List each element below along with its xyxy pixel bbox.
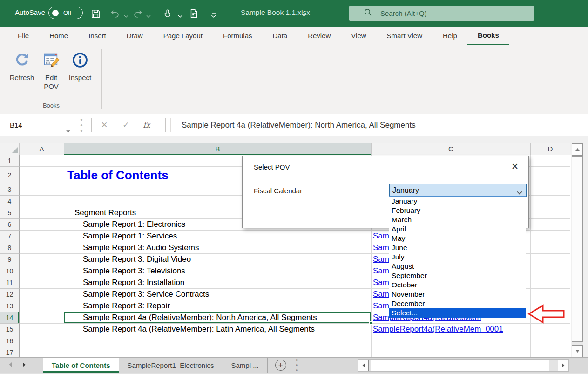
scroll-up-button[interactable]	[572, 143, 583, 156]
dropdown-option-december[interactable]: December	[389, 299, 526, 308]
sheet-nav-next-icon[interactable]	[22, 361, 26, 369]
column-header-A[interactable]: A	[20, 143, 64, 155]
inspect-button[interactable]: Inspect	[65, 50, 95, 82]
customize-toolbar-icon[interactable]	[208, 9, 220, 21]
cell-D6[interactable]	[531, 219, 570, 231]
horizontal-scrollbar-thumb[interactable]	[371, 360, 549, 371]
row-header-7[interactable]: 7	[0, 231, 20, 242]
touch-draw-icon[interactable]	[162, 7, 174, 20]
cell-A3[interactable]	[20, 184, 64, 196]
cell-A15[interactable]	[20, 324, 64, 335]
cell-B8[interactable]: Sample Report 3: Audio Systems	[64, 242, 372, 254]
row-header-5[interactable]: 5	[0, 207, 20, 219]
cell-D9[interactable]	[531, 254, 570, 265]
cell-B13[interactable]: Sample Report 3: Repair	[64, 300, 372, 312]
cell-A17[interactable]	[20, 347, 64, 357]
cell-A12[interactable]	[20, 289, 64, 300]
row-header-15[interactable]: 15	[0, 324, 20, 335]
dropdown-option-september[interactable]: September	[389, 271, 526, 280]
cell-D16[interactable]	[531, 335, 570, 347]
horizontal-scrollbar[interactable]	[358, 359, 569, 372]
formula-input[interactable]: Sample Report 4a (RelativeMember): North…	[182, 114, 416, 136]
column-header-D[interactable]: D	[531, 143, 570, 155]
cell-A6[interactable]	[20, 219, 64, 231]
cancel-entry-icon[interactable]: ✕	[101, 120, 108, 130]
dropdown-option-february[interactable]: February	[389, 206, 526, 215]
hyperlink-C7[interactable]: Sam	[372, 231, 389, 241]
dropdown-option-november[interactable]: November	[389, 290, 526, 299]
sheet-nav-prev-icon[interactable]	[8, 361, 12, 369]
hyperlink-C13[interactable]: Sam	[372, 301, 389, 311]
cell-B17[interactable]	[64, 347, 372, 357]
cell-B12[interactable]: Sample Report 3: Service Contracts	[64, 289, 372, 300]
cell-B15[interactable]: Sample Report 4a (RelativeMember): Latin…	[64, 324, 372, 335]
tabbar-drag-handle[interactable]: •••	[295, 358, 299, 373]
cell-D12[interactable]	[531, 289, 570, 300]
cell-D17[interactable]	[531, 347, 570, 357]
cell-A9[interactable]	[20, 254, 64, 265]
dropdown-option-june[interactable]: June	[389, 243, 526, 252]
cell-D11[interactable]	[531, 277, 570, 289]
formula-bar-drag-handle[interactable]: •••	[79, 117, 84, 134]
hyperlink-C8[interactable]: Sam	[372, 243, 389, 252]
insert-function-icon[interactable]: fx	[143, 121, 150, 129]
cell-B16[interactable]	[64, 335, 372, 347]
cell-D1[interactable]	[531, 155, 570, 167]
row-header-17[interactable]: 17	[0, 347, 20, 357]
cell-A14[interactable]	[20, 312, 64, 324]
dropdown-option-select[interactable]: Select...	[389, 308, 526, 318]
ribbon-tab-page-layout[interactable]: Page Layout	[153, 27, 213, 45]
document-title[interactable]: Sample Book 1.1.xlsx	[241, 8, 310, 17]
row-header-13[interactable]: 13	[0, 300, 20, 312]
cell-D10[interactable]	[531, 265, 570, 277]
cell-A5[interactable]	[20, 207, 64, 219]
cell-A10[interactable]	[20, 265, 64, 277]
dropdown-option-april[interactable]: April	[389, 224, 526, 234]
enter-entry-icon[interactable]: ✓	[122, 120, 129, 130]
ribbon-tab-file[interactable]: File	[7, 27, 39, 45]
sheet-tab-sampl[interactable]: Sampl ...	[223, 358, 268, 373]
ribbon-tab-insert[interactable]: Insert	[78, 27, 116, 45]
row-header-9[interactable]: 9	[0, 254, 20, 265]
cell-A2[interactable]	[20, 167, 64, 184]
ribbon-tab-help[interactable]: Help	[433, 27, 467, 45]
row-header-6[interactable]: 6	[0, 219, 20, 231]
undo-icon[interactable]	[109, 7, 121, 20]
row-header-4[interactable]: 4	[0, 196, 20, 207]
edit-pov-button[interactable]: Edit POV	[39, 50, 63, 91]
ribbon-tab-draw[interactable]: Draw	[116, 27, 153, 45]
dropdown-option-january[interactable]: January	[389, 197, 526, 206]
ribbon-tab-formulas[interactable]: Formulas	[213, 27, 263, 45]
cell-B11[interactable]: Sample Report 3: Installation	[64, 277, 372, 289]
cell-D5[interactable]	[531, 207, 570, 219]
undo-dropdown-icon[interactable]	[120, 10, 132, 22]
name-box[interactable]: B14	[4, 118, 74, 132]
ribbon-tab-home[interactable]: Home	[39, 27, 78, 45]
cell-D2[interactable]	[531, 167, 570, 184]
row-header-2[interactable]: 2	[0, 167, 20, 184]
new-sheet-button[interactable]: +	[275, 360, 286, 371]
print-preview-icon[interactable]	[188, 7, 200, 20]
fill-handle[interactable]	[369, 321, 372, 325]
cell-B7[interactable]: Sample Report 1: Services	[64, 231, 372, 242]
scroll-left-button[interactable]	[358, 360, 369, 371]
document-title-caret-icon[interactable]	[302, 11, 306, 19]
dropdown-option-march[interactable]: March	[389, 215, 526, 224]
row-header-1[interactable]: 1	[0, 155, 20, 167]
ribbon-tab-view[interactable]: View	[341, 27, 376, 45]
dropdown-option-may[interactable]: May	[389, 234, 526, 243]
refresh-button[interactable]: Refresh	[6, 50, 38, 82]
ribbon-tab-books[interactable]: Books	[467, 27, 509, 45]
cell-A1[interactable]	[20, 155, 64, 167]
hyperlink-C15[interactable]: SampleReport4a(RelativeMem_0001	[372, 325, 503, 334]
select-all-corner[interactable]	[0, 143, 20, 155]
ribbon-tab-review[interactable]: Review	[297, 27, 341, 45]
row-header-11[interactable]: 11	[0, 277, 20, 289]
cell-D7[interactable]	[531, 231, 570, 242]
cell-A11[interactable]	[20, 277, 64, 289]
save-icon[interactable]	[89, 7, 101, 20]
cell-A4[interactable]	[20, 196, 64, 207]
column-header-B[interactable]: B	[64, 143, 372, 155]
touch-draw-dropdown-icon[interactable]	[174, 10, 186, 22]
row-header-3[interactable]: 3	[0, 184, 20, 196]
